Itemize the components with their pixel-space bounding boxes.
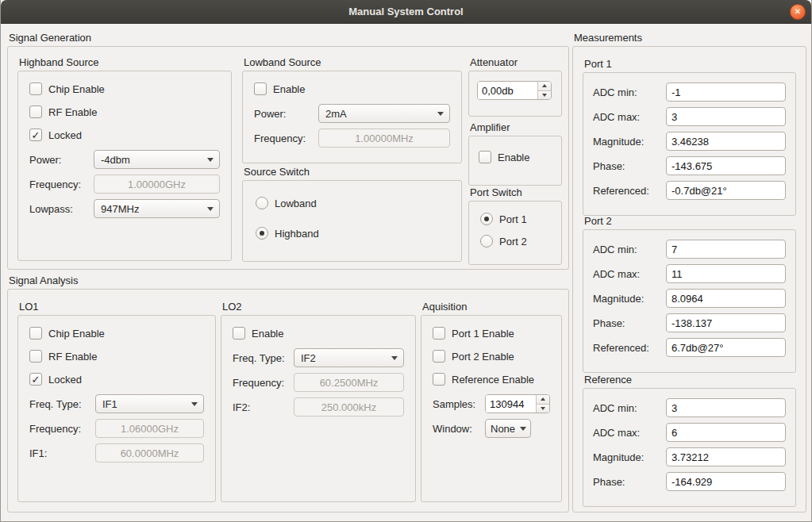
highband-radio-label: Highband [275, 228, 319, 240]
adc-max-label: ADC max: [593, 268, 666, 280]
chevron-down-icon [207, 158, 214, 162]
check-icon: ✓ [32, 130, 40, 140]
lo1-freq-type-select[interactable]: IF1 [95, 394, 204, 413]
lowband-radio-label: Lowband [275, 198, 317, 209]
hb-locked-label: Locked [48, 129, 82, 141]
hb-power-value: -4dbm [101, 154, 130, 166]
amplifier-group: Amplifier Enable [468, 121, 562, 182]
lo2-freq-type-select[interactable]: IF2 [294, 348, 404, 367]
spin-up-button[interactable] [538, 82, 551, 90]
port1-magnitude-input[interactable] [666, 132, 786, 151]
spin-up-button[interactable] [537, 395, 549, 404]
port1-radio[interactable] [480, 213, 493, 225]
lo1-freq-type-label: Freq. Type: [29, 398, 95, 410]
field-row: Frequency: [29, 175, 220, 194]
port1-adc-max-input[interactable] [666, 107, 786, 126]
meas-reference-group: Reference ADC min: ADC max: Magnitude: P… [583, 374, 796, 499]
port1-phase-input[interactable] [666, 156, 786, 175]
signal-generation-title: Signal Generation [7, 32, 569, 46]
adc-max-label: ADC max: [593, 427, 666, 439]
lb-power-value: 2mA [325, 108, 347, 120]
lo1-chip-enable-checkbox[interactable] [29, 327, 42, 340]
field-row: Lowpass: 947MHz [29, 199, 220, 218]
amplifier-enable-checkbox[interactable] [479, 151, 491, 163]
hb-power-select[interactable]: -4dbm [94, 150, 220, 169]
chevron-down-icon [207, 207, 214, 211]
referenced-label: Referenced: [593, 342, 666, 354]
field-row: ADC min: [593, 83, 786, 102]
titlebar: Manual System Control ✕ [1, 0, 811, 24]
samples-spinbox [485, 394, 550, 413]
port1-adc-min-input[interactable] [666, 83, 786, 102]
port1-enable-checkbox[interactable] [433, 327, 445, 340]
aquisition-frame: Port 1 Enable Port 2 Enable Reference En… [421, 315, 562, 502]
field-row: ADC max: [593, 107, 786, 126]
window-select[interactable]: None [485, 419, 531, 438]
adc-min-label: ADC min: [593, 86, 666, 98]
lb-power-label: Power: [254, 108, 318, 120]
field-row: Power: -4dbm [29, 150, 220, 169]
port2-referenced-input[interactable] [666, 338, 786, 357]
lo2-frequency-label: Frequency: [233, 377, 294, 389]
lo2-title: LO2 [221, 301, 416, 315]
reference-magnitude-input[interactable] [666, 447, 786, 466]
meas-reference-title: Reference [583, 374, 796, 388]
field-row: Magnitude: [593, 132, 786, 151]
signal-analysis-group: Signal Analysis LO1 Chip Enable RF Enabl… [7, 274, 569, 512]
field-row: ADC min: [593, 240, 786, 259]
port2-adc-min-input[interactable] [666, 240, 786, 259]
radio-row: Lowband [256, 195, 448, 211]
hb-rf-enable-checkbox[interactable] [29, 106, 42, 118]
lo1-locked-checkbox[interactable]: ✓ [29, 373, 42, 386]
lo2-enable-checkbox[interactable] [233, 327, 245, 340]
highband-source-group: Highband Source Chip Enable RF Enable ✓ … [17, 56, 232, 261]
close-icon: ✕ [795, 8, 801, 16]
window-title: Manual System Control [348, 6, 463, 17]
lo1-frame: Chip Enable RF Enable ✓ Locked Freq. Typ… [17, 315, 216, 502]
window-value: None [491, 423, 515, 435]
signal-analysis-frame: LO1 Chip Enable RF Enable ✓ Locked Freq.… [7, 289, 569, 512]
measurements-group: Measurements Port 1 ADC min: ADC max: Ma… [572, 32, 806, 512]
port2-radio[interactable] [480, 235, 493, 248]
lo2-if2-label: IF2: [233, 401, 294, 413]
lb-enable-checkbox[interactable] [254, 83, 267, 95]
reference-adc-min-input[interactable] [666, 398, 786, 417]
reference-enable-checkbox[interactable] [433, 373, 445, 386]
samples-input[interactable] [486, 395, 536, 413]
hb-locked-checkbox[interactable]: ✓ [29, 129, 42, 141]
hb-lowpass-label: Lowpass: [29, 203, 94, 215]
spin-down-button[interactable] [537, 404, 549, 413]
highband-source-frame: Chip Enable RF Enable ✓ Locked Power: -4… [17, 71, 232, 261]
source-switch-title: Source Switch [242, 166, 462, 180]
port2-enable-checkbox[interactable] [433, 350, 445, 363]
signal-generation-frame: Highband Source Chip Enable RF Enable ✓ … [7, 46, 569, 270]
port1-referenced-input[interactable] [666, 181, 786, 200]
lo2-if2-input [294, 397, 404, 416]
spin-down-button[interactable] [538, 90, 551, 100]
highband-radio[interactable] [256, 227, 268, 240]
lo1-rf-enable-checkbox[interactable] [29, 350, 42, 363]
attenuator-input[interactable] [478, 82, 537, 99]
lo1-freq-type-value: IF1 [102, 398, 117, 410]
attenuator-title: Attenuator [468, 56, 562, 71]
close-button[interactable]: ✕ [790, 4, 806, 20]
adc-min-label: ADC min: [593, 402, 666, 414]
port-switch-title: Port Switch [468, 186, 562, 201]
field-row: ADC min: [593, 398, 786, 417]
reference-phase-input[interactable] [666, 472, 786, 491]
checkbox-row: RF Enable [29, 104, 220, 120]
port2-phase-input[interactable] [666, 313, 786, 332]
meas-reference-frame: ADC min: ADC max: Magnitude: Phase: [583, 388, 796, 507]
field-row: IF2: [233, 397, 404, 416]
hb-lowpass-select[interactable]: 947MHz [94, 199, 220, 218]
port2-adc-max-input[interactable] [666, 264, 786, 283]
field-row: Freq. Type: IF1 [29, 394, 204, 413]
hb-chip-enable-checkbox[interactable] [29, 83, 42, 95]
lowband-radio[interactable] [256, 197, 268, 209]
port2-magnitude-input[interactable] [666, 289, 786, 308]
measurements-title: Measurements [572, 32, 806, 46]
field-row: Frequency: [29, 419, 204, 438]
lb-power-select[interactable]: 2mA [318, 104, 450, 123]
reference-adc-max-input[interactable] [666, 423, 786, 442]
field-row: Magnitude: [593, 289, 786, 308]
